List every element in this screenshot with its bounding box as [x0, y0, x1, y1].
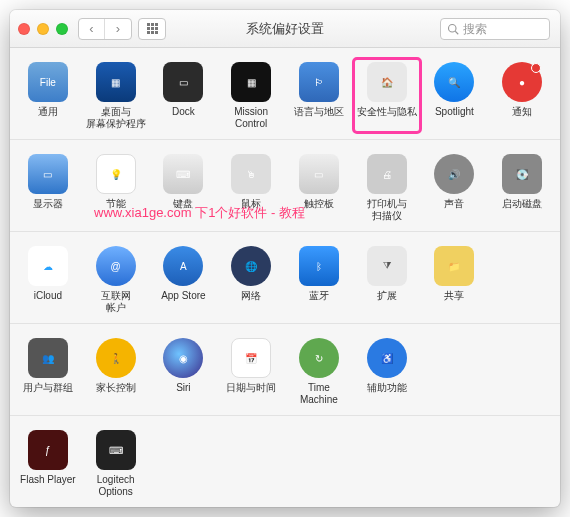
- pref-item-label: 网络: [241, 290, 261, 302]
- bt-icon: ᛒ: [299, 246, 339, 286]
- pref-item-label: 桌面与屏幕保护程序: [86, 106, 146, 129]
- window-controls: [18, 23, 68, 35]
- pref-item-label: 打印机与扫描仪: [367, 198, 407, 221]
- appstore-icon: A: [163, 246, 203, 286]
- window: ‹ › 系统偏好设置 搜索 File通用▦桌面与屏幕保护程序▭Dock▦Miss…: [10, 10, 560, 507]
- icloud-icon: ☁: [28, 246, 68, 286]
- pref-item-label: MissionControl: [234, 106, 268, 129]
- pref-item-desktop[interactable]: ▦桌面与屏幕保护程序: [82, 58, 150, 133]
- display-icon: ▭: [28, 154, 68, 194]
- pref-item-label: 通知: [512, 106, 532, 118]
- pref-item-label: Time Machine: [288, 382, 350, 405]
- printer-icon: 🖨: [367, 154, 407, 194]
- back-button[interactable]: ‹: [79, 19, 105, 39]
- pref-item-dock[interactable]: ▭Dock: [150, 58, 218, 133]
- pref-item-sound[interactable]: 🔊声音: [421, 150, 489, 225]
- pref-item-label: 安全性与隐私: [357, 106, 417, 118]
- pref-item-security[interactable]: 🏠安全性与隐私: [353, 58, 421, 133]
- forward-button[interactable]: ›: [105, 19, 131, 39]
- pref-item-label: 日期与时间: [226, 382, 276, 394]
- sound-icon: 🔊: [434, 154, 474, 194]
- pref-item-appstore[interactable]: AApp Store: [150, 242, 218, 317]
- pref-item-ext[interactable]: ⧩扩展: [353, 242, 421, 317]
- network-icon: 🌐: [231, 246, 271, 286]
- pref-item-internet[interactable]: @互联网帐户: [82, 242, 150, 317]
- pref-item-access[interactable]: ♿辅助功能: [353, 334, 421, 409]
- general-icon: File: [28, 62, 68, 102]
- pref-item-tm[interactable]: ↻Time Machine: [285, 334, 353, 409]
- zoom-button[interactable]: [56, 23, 68, 35]
- minimize-button[interactable]: [37, 23, 49, 35]
- flash-icon: ƒ: [28, 430, 68, 470]
- pref-item-energy[interactable]: 💡节能: [82, 150, 150, 225]
- share-icon: 📁: [434, 246, 474, 286]
- pref-row: ƒFlash Player⌨Logitech Options: [10, 416, 560, 507]
- pref-item-startup[interactable]: 💽启动磁盘: [488, 150, 556, 225]
- pref-item-label: Logitech Options: [85, 474, 147, 497]
- pref-grid: File通用▦桌面与屏幕保护程序▭Dock▦MissionControl🏳语言与…: [10, 48, 560, 507]
- pref-item-lang[interactable]: 🏳语言与地区: [285, 58, 353, 133]
- pref-item-printer[interactable]: 🖨打印机与扫描仪: [353, 150, 421, 225]
- pref-item-logi[interactable]: ⌨Logitech Options: [82, 426, 150, 501]
- internet-icon: @: [96, 246, 136, 286]
- pref-item-spotlight[interactable]: 🔍Spotlight: [421, 58, 489, 133]
- pref-item-label: 互联网帐户: [101, 290, 131, 313]
- pref-row: 👥用户与群组🚶家长控制◉Siri📅日期与时间↻Time Machine♿辅助功能: [10, 324, 560, 416]
- pref-item-trackpad[interactable]: ▭触控板: [285, 150, 353, 225]
- pref-item-label: 启动磁盘: [502, 198, 542, 210]
- grid-icon: [147, 23, 158, 34]
- pref-item-flash[interactable]: ƒFlash Player: [14, 426, 82, 501]
- pref-item-parental[interactable]: 🚶家长控制: [82, 334, 150, 409]
- search-icon: [447, 23, 459, 35]
- pref-item-network[interactable]: 🌐网络: [217, 242, 285, 317]
- pref-item-display[interactable]: ▭显示器: [14, 150, 82, 225]
- pref-item-label: 通用: [38, 106, 58, 118]
- spotlight-icon: 🔍: [434, 62, 474, 102]
- pref-item-label: Siri: [176, 382, 190, 394]
- pref-row: File通用▦桌面与屏幕保护程序▭Dock▦MissionControl🏳语言与…: [10, 48, 560, 140]
- pref-item-general[interactable]: File通用: [14, 58, 82, 133]
- users-icon: 👥: [28, 338, 68, 378]
- pref-item-keyboard[interactable]: ⌨键盘: [150, 150, 218, 225]
- pref-item-share[interactable]: 📁共享: [421, 242, 489, 317]
- pref-item-label: 共享: [444, 290, 464, 302]
- pref-item-label: 键盘: [173, 198, 193, 210]
- pref-item-label: 语言与地区: [294, 106, 344, 118]
- pref-item-bt[interactable]: ᛒ蓝牙: [285, 242, 353, 317]
- lang-icon: 🏳: [299, 62, 339, 102]
- pref-item-label: 声音: [444, 198, 464, 210]
- nav-back-forward: ‹ ›: [78, 18, 132, 40]
- pref-item-notif[interactable]: ●通知: [488, 58, 556, 133]
- pref-item-label: 鼠标: [241, 198, 261, 210]
- startup-icon: 💽: [502, 154, 542, 194]
- pref-row: ☁iCloud@互联网帐户AApp Store🌐网络ᛒ蓝牙⧩扩展📁共享: [10, 232, 560, 324]
- pref-item-siri[interactable]: ◉Siri: [150, 334, 218, 409]
- svg-line-1: [455, 31, 458, 34]
- show-all-button[interactable]: [138, 18, 166, 40]
- access-icon: ♿: [367, 338, 407, 378]
- logi-icon: ⌨: [96, 430, 136, 470]
- security-icon: 🏠: [367, 62, 407, 102]
- pref-row: ▭显示器💡节能⌨键盘🖱鼠标▭触控板🖨打印机与扫描仪🔊声音💽启动磁盘: [10, 140, 560, 232]
- pref-item-label: 触控板: [304, 198, 334, 210]
- search-placeholder: 搜索: [463, 21, 487, 38]
- pref-item-label: Spotlight: [435, 106, 474, 118]
- pref-item-users[interactable]: 👥用户与群组: [14, 334, 82, 409]
- badge-icon: [531, 63, 541, 73]
- parental-icon: 🚶: [96, 338, 136, 378]
- date-icon: 📅: [231, 338, 271, 378]
- pref-item-mission[interactable]: ▦MissionControl: [217, 58, 285, 133]
- keyboard-icon: ⌨: [163, 154, 203, 194]
- pref-item-label: 扩展: [377, 290, 397, 302]
- pref-item-label: Dock: [172, 106, 195, 118]
- pref-item-label: 辅助功能: [367, 382, 407, 394]
- ext-icon: ⧩: [367, 246, 407, 286]
- desktop-icon: ▦: [96, 62, 136, 102]
- search-field[interactable]: 搜索: [440, 18, 550, 40]
- close-button[interactable]: [18, 23, 30, 35]
- pref-item-icloud[interactable]: ☁iCloud: [14, 242, 82, 317]
- trackpad-icon: ▭: [299, 154, 339, 194]
- pref-item-mouse[interactable]: 🖱鼠标: [217, 150, 285, 225]
- pref-item-label: 用户与群组: [23, 382, 73, 394]
- pref-item-date[interactable]: 📅日期与时间: [217, 334, 285, 409]
